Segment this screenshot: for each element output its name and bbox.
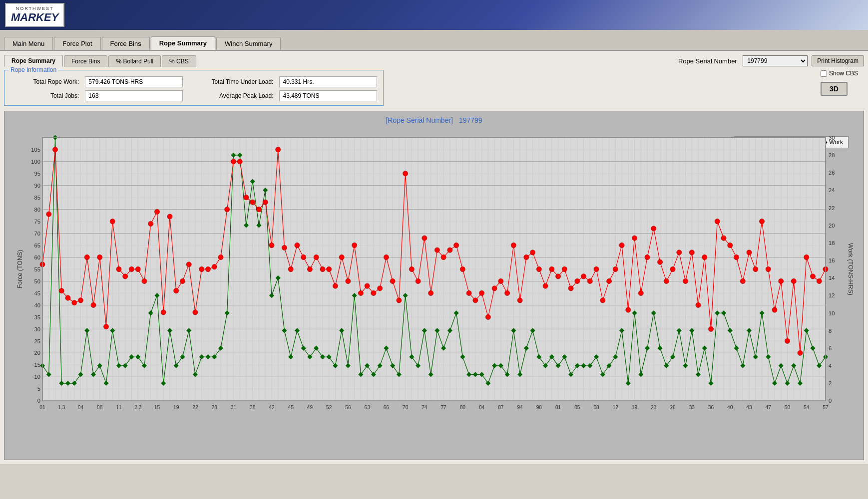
- tab-winch-summary[interactable]: Winch Summary: [216, 37, 281, 50]
- svg-point-336: [212, 264, 217, 269]
- svg-point-362: [378, 286, 383, 291]
- svg-point-383: [511, 243, 516, 248]
- svg-point-401: [626, 307, 631, 312]
- svg-point-341: [244, 195, 249, 200]
- svg-point-350: [301, 254, 306, 259]
- sub-tab-cbs[interactable]: % CBS: [162, 55, 196, 67]
- tab-force-bins[interactable]: Force Bins: [102, 37, 150, 50]
- svg-text:90: 90: [34, 183, 40, 189]
- svg-point-366: [403, 171, 408, 176]
- svg-point-360: [365, 283, 370, 288]
- svg-point-358: [352, 243, 357, 248]
- svg-text:1.3: 1.3: [58, 405, 65, 410]
- svg-point-411: [689, 250, 694, 255]
- svg-point-370: [429, 290, 434, 295]
- svg-point-398: [606, 278, 611, 283]
- svg-text:94: 94: [517, 405, 523, 410]
- svg-text:80: 80: [460, 405, 466, 410]
- svg-point-412: [696, 302, 701, 307]
- svg-text:10: 10: [829, 310, 835, 316]
- svg-point-426: [785, 338, 790, 343]
- svg-point-355: [333, 283, 338, 288]
- svg-text:20: 20: [829, 223, 835, 229]
- svg-point-408: [670, 266, 675, 271]
- svg-text:08: 08: [97, 405, 103, 410]
- show-cbs-checkbox[interactable]: [821, 70, 827, 77]
- svg-point-318: [97, 254, 102, 259]
- show-cbs-label[interactable]: Show CBS: [821, 70, 858, 77]
- logo-box: NORTHWEST MARKEY: [5, 3, 64, 27]
- svg-point-415: [715, 219, 720, 224]
- total-rope-work-value: 579.426 TONS-HRS: [85, 76, 183, 87]
- svg-point-364: [390, 278, 395, 283]
- sub-tab-rope-summary[interactable]: Rope Summary: [4, 55, 63, 67]
- svg-point-312: [59, 288, 64, 293]
- sub-tab-force-bins[interactable]: Force Bins: [64, 55, 107, 67]
- svg-text:05: 05: [574, 405, 580, 410]
- serial-area: Rope Serial Number: 197799 Print Histogr…: [678, 55, 864, 66]
- tab-main-menu[interactable]: Main Menu: [4, 37, 53, 50]
- svg-point-402: [632, 236, 637, 241]
- svg-point-346: [276, 147, 281, 152]
- svg-text:8: 8: [829, 328, 832, 334]
- svg-point-321: [116, 266, 121, 271]
- svg-point-324: [135, 266, 140, 271]
- svg-point-328: [161, 310, 166, 315]
- svg-point-357: [346, 278, 351, 283]
- svg-text:50: 50: [34, 278, 40, 284]
- svg-text:35: 35: [34, 314, 40, 320]
- svg-text:10: 10: [34, 374, 40, 380]
- svg-text:15: 15: [34, 362, 40, 368]
- svg-text:43: 43: [746, 405, 752, 410]
- avg-peak-value: 43.489 TONS: [279, 90, 377, 101]
- svg-text:49: 49: [307, 405, 313, 410]
- svg-point-431: [817, 278, 822, 283]
- svg-text:0: 0: [829, 398, 832, 404]
- svg-text:15: 15: [154, 405, 160, 410]
- total-time-label: Total Time Under Load:: [189, 78, 274, 85]
- svg-point-430: [810, 274, 815, 279]
- btn-3d[interactable]: 3D: [821, 82, 848, 96]
- svg-text:Work (TONS-HRS): Work (TONS-HRS): [847, 243, 854, 295]
- svg-text:87: 87: [498, 405, 504, 410]
- info-row: Rope Information Total Rope Work: 579.42…: [4, 70, 864, 106]
- svg-text:11: 11: [116, 405, 122, 410]
- svg-point-365: [397, 298, 402, 303]
- svg-text:100: 100: [31, 159, 40, 165]
- svg-text:57: 57: [823, 405, 829, 410]
- svg-point-380: [492, 286, 497, 291]
- tab-force-plot[interactable]: Force Plot: [54, 37, 100, 50]
- svg-point-367: [409, 266, 414, 271]
- svg-text:22: 22: [829, 205, 835, 211]
- svg-text:01: 01: [555, 405, 561, 410]
- svg-point-382: [505, 290, 510, 295]
- print-histogram-button[interactable]: Print Histogram: [812, 55, 864, 66]
- svg-text:42: 42: [269, 405, 275, 410]
- chart-svg-area: 0510152025303540455055606570758085909510…: [14, 127, 854, 427]
- svg-point-359: [358, 290, 363, 295]
- svg-point-390: [555, 274, 560, 279]
- svg-point-372: [441, 254, 446, 259]
- total-rope-work-label: Total Rope Work:: [10, 78, 79, 85]
- total-time-value: 40.331 Hrs.: [279, 76, 377, 87]
- svg-text:50: 50: [785, 405, 791, 410]
- svg-text:77: 77: [440, 405, 446, 410]
- svg-text:54: 54: [804, 405, 810, 410]
- svg-point-394: [581, 274, 586, 279]
- tab-rope-summary[interactable]: Rope Summary: [151, 36, 215, 50]
- svg-point-418: [734, 254, 739, 259]
- svg-point-333: [193, 310, 198, 315]
- svg-point-413: [702, 254, 707, 259]
- svg-point-344: [263, 200, 268, 205]
- svg-point-340: [237, 159, 242, 164]
- sub-tab-bollard-pull[interactable]: % Bollard Pull: [108, 55, 161, 67]
- svg-text:26: 26: [670, 405, 676, 410]
- serial-number-select[interactable]: 197799: [743, 55, 808, 66]
- svg-point-379: [485, 314, 490, 319]
- svg-point-337: [218, 254, 223, 259]
- svg-text:30: 30: [34, 326, 40, 332]
- svg-text:22: 22: [192, 405, 198, 410]
- avg-peak-label: Average Peak Load:: [189, 92, 274, 99]
- svg-text:85: 85: [34, 195, 40, 201]
- svg-text:Force (TONS): Force (TONS): [16, 250, 23, 289]
